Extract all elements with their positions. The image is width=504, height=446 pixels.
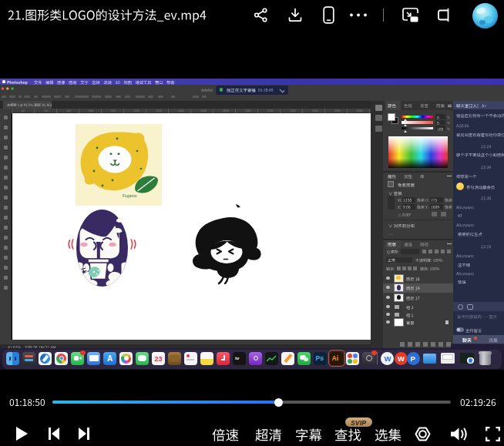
svg-text:Fugamo: Fugamo <box>123 194 137 198</box>
